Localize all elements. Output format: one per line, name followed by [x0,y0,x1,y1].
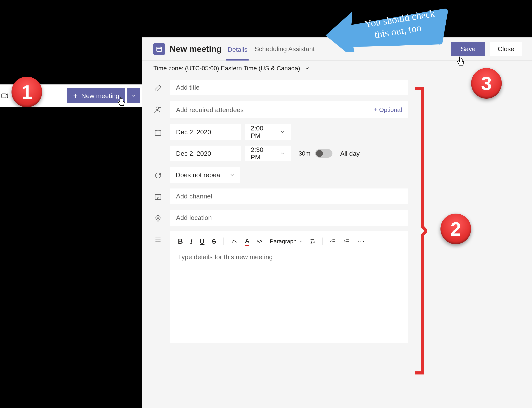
channel-input[interactable] [170,188,408,204]
channel-icon [153,192,163,202]
bold-button[interactable]: B [178,237,183,245]
strikethrough-button[interactable]: S [212,238,216,245]
tab-details[interactable]: Details [226,39,249,60]
pencil-icon [153,84,163,93]
svg-rect-0 [1,94,6,98]
start-time-picker[interactable]: 2:00 PM [245,124,291,140]
calendar-icon [153,128,163,137]
new-meeting-dropdown-button[interactable] [127,88,140,103]
end-time-picker[interactable]: 2:30 PM [245,145,291,161]
recurrence-select[interactable]: Does not repeat [170,167,240,183]
plus-icon [73,93,78,99]
annotation-step-3: 3 [471,68,502,99]
chevron-down-icon [229,172,235,178]
duration-label: 30m [299,150,310,157]
cursor-icon [456,57,465,68]
page-title: New meeting [170,44,222,54]
svg-rect-1 [157,47,162,51]
annotation-arrow: You should check this out, too [326,0,448,52]
annotation-step-2: 2 [440,213,471,244]
paragraph-style-select[interactable]: Paragraph [270,238,303,245]
italic-button[interactable]: I [190,237,193,245]
location-icon [153,214,163,223]
description-editor[interactable]: Type details for this new meeting [176,249,402,341]
optional-attendees-link[interactable]: + Optional [374,106,402,113]
new-meeting-modal: New meeting Details Scheduling Assistant… [142,37,532,408]
editor-toolbar: B I U S A AA Paragraph Tx [176,233,402,249]
svg-rect-3 [155,130,161,136]
description-icon [153,235,163,244]
form-body: + Optional Dec 2, 2020 2:00 PM [142,76,532,353]
svg-point-5 [157,217,159,219]
end-date-picker[interactable]: Dec 2, 2020 [170,145,241,161]
clear-formatting-button[interactable]: Tx [310,238,315,245]
highlight-button[interactable] [231,238,238,245]
chevron-down-icon [280,151,285,156]
more-options-button[interactable]: ··· [357,237,365,245]
tab-scheduling-assistant[interactable]: Scheduling Assistant [253,38,316,60]
cursor-icon [117,97,126,108]
chevron-down-icon [304,66,310,71]
underline-button[interactable]: U [200,238,204,245]
location-input[interactable] [170,210,408,226]
attendees-input[interactable] [176,101,374,118]
all-day-toggle[interactable] [315,149,332,158]
start-date-picker[interactable]: Dec 2, 2020 [170,124,241,140]
svg-point-2 [156,107,159,110]
close-button[interactable]: Close [490,42,522,56]
calendar-app-icon [153,43,165,55]
save-button[interactable]: Save [451,42,485,56]
annotation-bracket [415,87,427,374]
meet-now-icon[interactable] [0,86,9,105]
all-day-label: All day [340,150,360,157]
timezone-value: (UTC-05:00) Eastern Time (US & Canada) [185,65,300,72]
repeat-icon [153,171,163,180]
font-color-button[interactable]: A [245,237,249,246]
chevron-down-icon [299,239,303,243]
people-icon [153,105,163,114]
title-input[interactable] [170,80,408,95]
indent-button[interactable] [344,238,350,245]
annotation-step-1: 1 [11,76,42,107]
font-size-button[interactable]: AA [257,238,262,244]
chevron-down-icon [280,129,285,135]
timezone-selector[interactable]: Time zone: (UTC-05:00) Eastern Time (US … [142,60,532,76]
chevron-down-icon [131,93,136,98]
outdent-button[interactable] [330,238,336,245]
new-meeting-label: New meeting [81,92,119,100]
timezone-label: Time zone: [153,65,184,72]
